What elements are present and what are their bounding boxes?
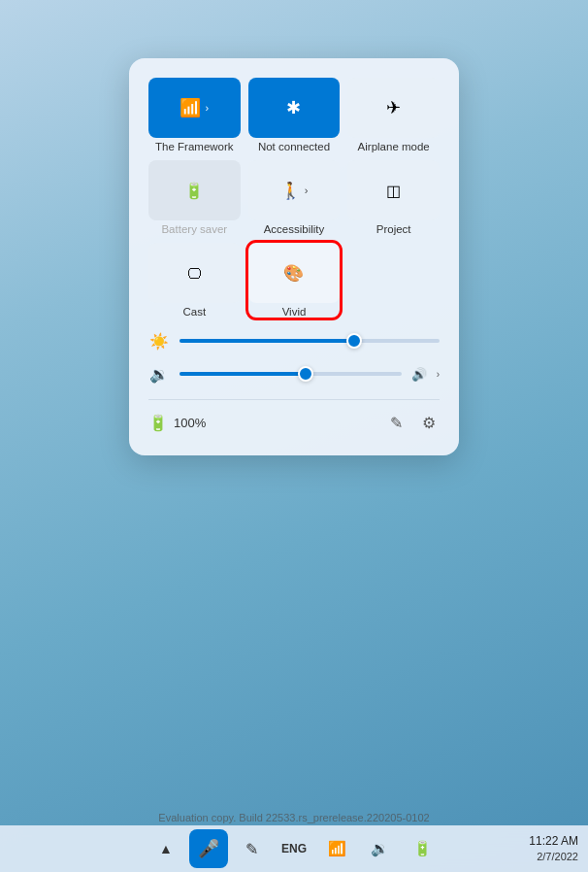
wifi-tile-wrapper: 📶 › The Framework: [148, 78, 241, 152]
brightness-icon: ☀️: [148, 332, 170, 351]
taskbar-wifi-button[interactable]: 📶: [317, 829, 356, 868]
cast-tile-label: Cast: [183, 306, 207, 318]
airplane-icon: ✈: [386, 97, 401, 118]
bottom-actions: ✎ ⚙: [386, 410, 440, 436]
battery-saver-tile-label: Battery saver: [161, 223, 227, 235]
wifi-tile[interactable]: 📶 ›: [148, 78, 241, 138]
taskbar-volume-button[interactable]: 🔉: [360, 829, 399, 868]
project-icon: ◫: [386, 182, 401, 200]
taskbar-lang-button[interactable]: ENG: [275, 829, 313, 868]
taskbar: ▲ 🎤 ✎ ENG 📶 🔉 🔋 11:22 AM 2/7/2022: [0, 825, 588, 872]
bluetooth-tile-wrapper: ✱ Not connected: [248, 78, 341, 152]
battery-saver-tile-wrapper: 🔋 Battery saver: [148, 160, 241, 235]
brightness-slider-fill: [180, 339, 354, 343]
airplane-tile-wrapper: ✈ Airplane mode: [347, 78, 440, 152]
bluetooth-tile-label: Not connected: [258, 141, 330, 152]
volume-slider-container: [180, 364, 402, 384]
cast-icon: 🖵: [187, 265, 202, 282]
taskbar-date: 2/7/2022: [529, 850, 578, 863]
accessibility-tile-wrapper: 🚶 › Accessibility: [248, 160, 341, 235]
volume-slider-thumb[interactable]: [298, 366, 313, 382]
vivid-tile-wrapper: 🎨 Vivid: [248, 243, 341, 318]
battery-percent: 100%: [174, 416, 206, 430]
settings-button[interactable]: ⚙: [418, 410, 440, 436]
battery-saver-icon: 🔋: [184, 182, 204, 200]
accessibility-icon: 🚶: [280, 181, 301, 201]
cast-tile[interactable]: 🖵: [148, 243, 241, 303]
tiles-row-3: 🖵 Cast 🎨 Vivid: [148, 243, 440, 318]
volume-slider-fill: [180, 372, 306, 376]
time-block[interactable]: 11:22 AM 2/7/2022: [529, 834, 578, 863]
edit-button[interactable]: ✎: [386, 410, 407, 436]
airplane-tile-label: Airplane mode: [358, 141, 430, 152]
battery-info: 🔋 100%: [148, 414, 206, 432]
volume-slider-row: 🔉 🔊 ›: [148, 364, 440, 384]
accessibility-tile[interactable]: 🚶 ›: [248, 160, 341, 220]
wifi-chevron-icon: ›: [205, 102, 209, 114]
bluetooth-tile[interactable]: ✱: [248, 78, 341, 138]
audio-chevron-icon: ›: [437, 369, 440, 380]
bottom-bar: 🔋 100% ✎ ⚙: [148, 399, 440, 436]
accessibility-tile-label: Accessibility: [264, 223, 325, 235]
volume-slider-track: [180, 372, 402, 376]
battery-saver-tile: 🔋: [148, 160, 241, 220]
taskbar-right: 11:22 AM 2/7/2022: [529, 834, 578, 863]
quick-settings-panel: 📶 › The Framework ✱ Not connected ✈ Airp…: [129, 58, 459, 455]
taskbar-pen-button[interactable]: ✎: [232, 829, 271, 868]
brightness-slider-thumb[interactable]: [346, 333, 362, 349]
taskbar-mic-button[interactable]: 🎤: [189, 829, 228, 868]
airplane-tile[interactable]: ✈: [347, 78, 440, 138]
accessibility-chevron-icon: ›: [305, 184, 309, 196]
project-tile[interactable]: ◫: [347, 160, 440, 220]
vivid-icon: 🎨: [283, 263, 304, 284]
taskbar-chevron-button[interactable]: ▲: [147, 829, 185, 868]
brightness-slider-track: [180, 339, 440, 343]
volume-icon: 🔉: [148, 365, 170, 384]
battery-icon: 🔋: [148, 414, 168, 432]
tiles-row-1: 📶 › The Framework ✱ Not connected ✈ Airp…: [148, 78, 440, 152]
taskbar-battery-button[interactable]: 🔋: [403, 829, 441, 868]
brightness-slider-container: [180, 331, 440, 351]
cast-tile-wrapper: 🖵 Cast: [148, 243, 241, 318]
empty-tile-wrapper: [347, 243, 440, 318]
vivid-tile[interactable]: 🎨: [248, 243, 341, 303]
taskbar-center: ▲ 🎤 ✎ ENG 📶 🔉 🔋: [147, 829, 441, 868]
project-tile-wrapper: ◫ Project: [347, 160, 440, 235]
taskbar-time: 11:22 AM: [529, 834, 578, 850]
vivid-tile-label: Vivid: [282, 306, 307, 318]
brightness-slider-row: ☀️: [148, 331, 440, 351]
project-tile-label: Project: [376, 223, 411, 235]
audio-device-icon: 🔊: [411, 367, 427, 382]
tiles-row-2: 🔋 Battery saver 🚶 › Accessibility ◫ Proj…: [148, 160, 440, 235]
taskbar-lang-label: ENG: [281, 842, 307, 855]
wifi-tile-label: The Framework: [155, 141, 234, 152]
bluetooth-icon: ✱: [286, 97, 301, 118]
wifi-icon: 📶: [180, 97, 201, 118]
